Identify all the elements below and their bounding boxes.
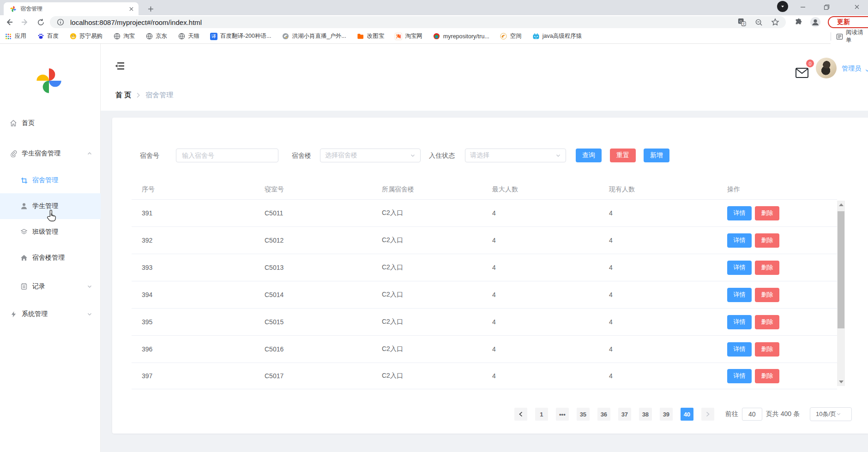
status-select[interactable]: 请选择	[465, 149, 566, 162]
sidebar-item-building-mgmt[interactable]: 宿舍楼管理	[0, 245, 101, 271]
bookmark-jd[interactable]: 京东	[145, 32, 167, 40]
delete-button[interactable]: 删除	[755, 206, 779, 220]
sidebar-item-label: 学生管理	[32, 202, 58, 210]
bookmark-baidu-translate[interactable]: 译 百度翻译-200种语...	[210, 32, 271, 40]
sidebar-item-home[interactable]: 首页	[0, 110, 101, 136]
table-scrollbar[interactable]	[837, 201, 845, 386]
bookmark-taobao-site[interactable]: 淘 淘宝网	[395, 32, 422, 40]
cell-id: 397	[132, 372, 265, 380]
sidebar-item-system-mgmt[interactable]: 系统管理	[0, 301, 101, 327]
delete-button[interactable]: 删除	[755, 261, 779, 275]
tab-title: 宿舍管理	[20, 5, 127, 13]
building-select[interactable]: 选择宿舍楼	[320, 149, 421, 162]
tab-close-icon[interactable]	[127, 5, 135, 12]
cell-max: 4	[492, 237, 609, 244]
cell-max: 4	[492, 209, 609, 217]
bookmark-label: 百度	[47, 32, 59, 40]
cell-room: C5014	[265, 291, 382, 298]
breadcrumb-home[interactable]: 首 页	[115, 91, 131, 100]
building-select-placeholder: 选择宿舍楼	[325, 151, 410, 160]
delete-button[interactable]: 删除	[755, 369, 779, 383]
detail-button[interactable]: 详情	[727, 369, 752, 383]
forward-icon[interactable]	[19, 17, 30, 28]
detail-button[interactable]: 详情	[727, 233, 752, 248]
extensions-puzzle-icon[interactable]	[793, 17, 804, 28]
page-info-icon[interactable]	[55, 17, 66, 27]
page-button-active[interactable]: 40	[681, 408, 693, 421]
username-link[interactable]: 管理员	[842, 65, 861, 73]
layers-icon	[20, 228, 28, 236]
bookmark-tmall[interactable]: 天猫	[178, 32, 199, 40]
detail-button[interactable]: 详情	[727, 315, 752, 329]
page-button[interactable]: 39	[660, 408, 673, 421]
bookmark-star-icon[interactable]	[770, 17, 780, 27]
back-icon[interactable]	[4, 17, 15, 28]
zoom-out-icon[interactable]	[753, 17, 764, 27]
col-header-room: 寝室号	[265, 185, 382, 194]
reset-button[interactable]: 重置	[610, 149, 636, 162]
address-bar[interactable]: localhost:8087/myproject#/room/index.htm…	[50, 16, 786, 28]
next-page-button[interactable]	[701, 408, 714, 421]
translate-icon[interactable]: G 文	[737, 17, 747, 27]
sidebar-item-records[interactable]: 记录	[0, 274, 101, 299]
room-number-input[interactable]	[176, 149, 278, 162]
globe-icon	[178, 33, 185, 40]
bookmark-qzone[interactable]: 空间	[500, 32, 522, 40]
page-button[interactable]: 1	[535, 408, 548, 421]
delete-button[interactable]: 删除	[755, 288, 779, 302]
bookmark-baidu[interactable]: 百度	[37, 32, 59, 40]
user-avatar[interactable]	[816, 58, 837, 78]
delete-button[interactable]: 删除	[755, 233, 779, 248]
page-button[interactable]: 37	[618, 408, 631, 421]
sidebar: 首页 学生宿舍管理 宿舍管理 学生管理	[0, 44, 101, 452]
window-close-button[interactable]	[846, 0, 868, 14]
reading-list-area[interactable]: 阅读清单	[831, 29, 868, 44]
table-row: 397 C5017 C2入口 4 4 详情 删除	[132, 363, 837, 389]
bookmark-taobao[interactable]: 淘宝	[113, 32, 135, 40]
page-button[interactable]: 36	[597, 408, 610, 421]
scroll-down-icon[interactable]	[837, 379, 845, 385]
search-button[interactable]: 查询	[576, 149, 602, 162]
scroll-up-icon[interactable]	[837, 202, 845, 208]
url-text[interactable]: localhost:8087/myproject#/room/index.htm…	[70, 18, 730, 26]
window-restore-button[interactable]	[817, 0, 836, 14]
pagination: 1 ••• 35 36 37 38 39 40 前往 页共 400 条 10条/…	[514, 407, 852, 421]
page-ellipsis[interactable]: •••	[556, 408, 569, 421]
bookmark-suning[interactable]: 苏宁易购	[69, 32, 102, 40]
scrollbar-thumb[interactable]	[838, 211, 844, 328]
bookmark-myrepository[interactable]: myrepository/tru...	[433, 33, 489, 40]
delete-button[interactable]: 删除	[755, 315, 779, 329]
mail-button[interactable]: 0	[796, 62, 816, 83]
goto-page-input[interactable]	[742, 408, 762, 421]
detail-button[interactable]: 详情	[727, 206, 752, 220]
cell-current: 4	[609, 264, 727, 271]
browser-profile-icon[interactable]	[810, 17, 821, 28]
bookmark-honghu-live[interactable]: 洪湖小肖直播_户外...	[282, 32, 346, 40]
prev-page-button[interactable]	[514, 408, 527, 421]
reload-icon[interactable]	[35, 17, 46, 28]
page-size-select[interactable]: 10条/页	[810, 407, 852, 421]
cell-max: 4	[492, 264, 609, 271]
detail-button[interactable]: 详情	[727, 261, 752, 275]
goto-label: 前往	[725, 410, 738, 418]
baidu-paw-icon	[37, 33, 44, 40]
bookmark-java-programmer[interactable]: java高级程序猿	[532, 32, 582, 40]
detail-button[interactable]: 详情	[727, 288, 752, 302]
sidebar-item-student-dorm-mgmt[interactable]: 学生宿舍管理	[0, 141, 101, 167]
detail-button[interactable]: 详情	[727, 342, 752, 357]
window-minimize-button[interactable]	[793, 0, 813, 14]
chrome-update-button[interactable]: 更新	[828, 16, 868, 28]
media-control-icon[interactable]	[777, 1, 788, 12]
sidebar-fold-icon[interactable]	[113, 59, 127, 73]
delete-button[interactable]: 删除	[755, 342, 779, 357]
add-button[interactable]: 新增	[644, 149, 669, 162]
bookmark-apps[interactable]: 应用	[5, 32, 26, 40]
browser-tab[interactable]: 宿舍管理	[4, 2, 139, 15]
bookmark-gaituba[interactable]: 改图宝	[357, 32, 385, 40]
bookmark-label: 改图宝	[367, 32, 385, 40]
page-button[interactable]: 35	[577, 408, 590, 421]
page-button[interactable]: 38	[639, 408, 652, 421]
sidebar-item-label: 学生宿舍管理	[22, 149, 60, 158]
new-tab-button[interactable]	[144, 2, 157, 15]
sidebar-item-room-mgmt[interactable]: 宿舍管理	[0, 167, 101, 193]
